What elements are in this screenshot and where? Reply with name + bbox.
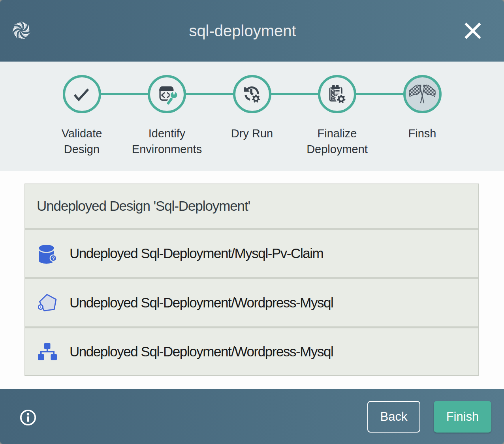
svg-text:?: ? — [52, 256, 55, 261]
